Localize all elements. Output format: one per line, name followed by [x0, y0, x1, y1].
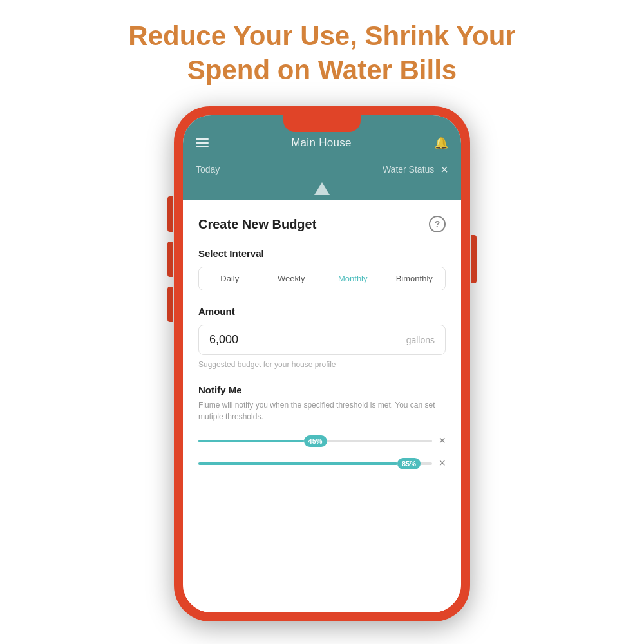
help-icon[interactable]: ?: [429, 216, 446, 232]
close-icon[interactable]: ×: [440, 163, 448, 176]
interval-daily[interactable]: Daily: [199, 267, 261, 290]
slider-remove-2[interactable]: ×: [439, 457, 446, 470]
headline: Reduce Your Use, Shrink Your Spend on Wa…: [90, 19, 554, 87]
modal-title: Create New Budget: [198, 217, 316, 232]
interval-monthly[interactable]: Monthly: [322, 267, 384, 290]
slider-fill-1: [198, 440, 304, 442]
phone-screen: Main House 🔔 Today Water Status × Create…: [183, 115, 461, 612]
amount-value[interactable]: 6,000: [209, 333, 238, 346]
interval-selector: Daily Weekly Monthly Bimonthly: [198, 267, 446, 290]
slider-thumb-1: 45%: [304, 435, 327, 447]
menu-icon[interactable]: [196, 138, 209, 147]
modal-content: Create New Budget ? Select Interval Dail…: [183, 200, 461, 612]
amount-box: 6,000 gallons: [198, 325, 446, 355]
headline-line2: Spend on Water Bills: [187, 55, 457, 85]
headline-line1: Reduce Your Use, Shrink Your: [128, 21, 515, 51]
amount-label: Amount: [198, 306, 446, 317]
today-label: Today: [196, 164, 220, 175]
interval-weekly[interactable]: Weekly: [261, 267, 323, 290]
phone-mockup: Main House 🔔 Today Water Status × Create…: [174, 106, 470, 621]
amount-unit: gallons: [406, 335, 435, 345]
slider-track-2[interactable]: 85%: [198, 462, 432, 465]
notify-desc: Flume will notify you when the specified…: [198, 399, 446, 422]
slider-track-1[interactable]: 45%: [198, 440, 432, 442]
phone-notch: [283, 115, 361, 132]
select-interval-label: Select Interval: [198, 248, 446, 259]
water-status-label: Water Status: [383, 164, 434, 175]
bell-icon[interactable]: 🔔: [434, 136, 448, 150]
slider-remove-1[interactable]: ×: [439, 434, 446, 448]
notify-label: Notify Me: [198, 384, 446, 395]
sub-header: Today Water Status ×: [183, 159, 461, 182]
slider-thumb-2: 85%: [397, 458, 421, 469]
header-title: Main House: [291, 137, 352, 149]
slider-fill-2: [198, 462, 397, 465]
suggested-text: Suggested budget for your house profile: [198, 360, 446, 369]
header-triangle-area: [183, 182, 461, 200]
slider-row-1: 45% ×: [198, 434, 446, 448]
interval-bimonthly[interactable]: Bimonthly: [384, 267, 446, 290]
triangle-icon: [314, 182, 330, 195]
slider-row-2: 85% ×: [198, 457, 446, 470]
modal-header-row: Create New Budget ?: [198, 216, 446, 232]
sub-header-right: Water Status ×: [383, 163, 448, 176]
